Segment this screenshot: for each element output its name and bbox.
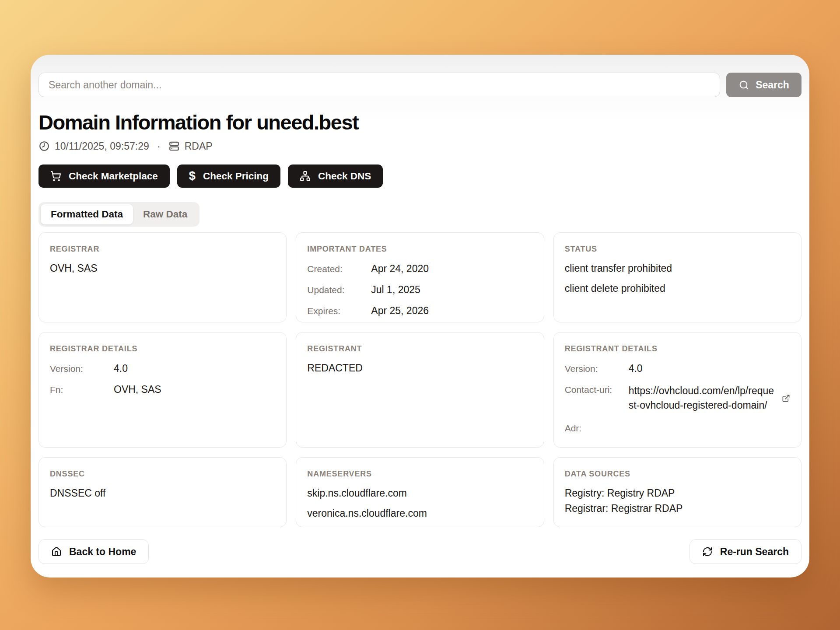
registrant-value: REDACTED: [307, 362, 532, 374]
check-dns-button[interactable]: Check DNS: [288, 164, 383, 188]
created-label: Created:: [307, 263, 369, 274]
card-title-data-sources: DATA SOURCES: [565, 469, 790, 479]
card-title-dnssec: DNSSEC: [50, 469, 275, 479]
date-row-expires: Expires: Apr 25, 2026: [307, 305, 532, 317]
meta-separator: ·: [157, 140, 161, 152]
check-marketplace-button[interactable]: Check Marketplace: [38, 164, 170, 188]
back-to-home-button[interactable]: Back to Home: [38, 539, 149, 564]
expires-label: Expires:: [307, 305, 369, 316]
search-icon: [738, 80, 749, 91]
card-title-important-dates: IMPORTANT DATES: [307, 245, 532, 254]
clock-icon: [38, 140, 50, 152]
registrant-adr-row: Adr:: [565, 422, 790, 434]
check-pricing-label: Check Pricing: [203, 171, 269, 182]
registrant-version-row: Version: 4.0: [565, 363, 790, 374]
card-registrant-details: REGISTRANT DETAILS Version: 4.0 Contact-…: [553, 332, 802, 448]
card-title-registrant: REGISTRANT: [307, 344, 532, 354]
rerun-search-button[interactable]: Re-run Search: [690, 539, 802, 564]
network-icon: [300, 171, 311, 182]
status-line: client delete prohibited: [565, 283, 790, 294]
info-cards-grid: REGISTRAR OVH, SAS IMPORTANT DATES Creat…: [38, 232, 802, 527]
card-title-nameservers: NAMESERVERS: [307, 469, 532, 479]
back-to-home-label: Back to Home: [69, 546, 136, 558]
registrar-version-row: Version: 4.0: [50, 363, 275, 374]
card-registrant: REGISTRANT REDACTED: [296, 332, 544, 448]
card-dnssec: DNSSEC DNSSEC off: [38, 457, 287, 527]
external-link-icon[interactable]: [782, 394, 790, 402]
lookup-timestamp: 10/11/2025, 09:57:29: [55, 140, 149, 152]
card-nameservers: NAMESERVERS skip.ns.cloudflare.com veron…: [296, 457, 544, 527]
search-button-label: Search: [756, 79, 789, 91]
check-dns-label: Check DNS: [318, 171, 371, 182]
date-row-updated: Updated: Jul 1, 2025: [307, 284, 532, 296]
page-title: Domain Information for uneed.best: [38, 110, 802, 134]
card-data-sources: DATA SOURCES Registry: Registry RDAP Reg…: [553, 457, 802, 527]
card-title-registrant-details: REGISTRANT DETAILS: [565, 344, 790, 354]
contact-uri-link[interactable]: https://ovhcloud.com/en/lp/request-ovhcl…: [629, 384, 777, 413]
created-value: Apr 24, 2020: [371, 263, 532, 275]
check-pricing-button[interactable]: $ Check Pricing: [177, 164, 280, 188]
card-registrar: REGISTRAR OVH, SAS: [38, 232, 287, 322]
data-source-line: Registry: Registry RDAP: [565, 487, 790, 499]
registrant-contact-row: Contact-uri: https://ovhcloud.com/en/lp/…: [565, 384, 790, 413]
expires-value: Apr 25, 2026: [371, 305, 532, 317]
dnssec-value: DNSSEC off: [50, 487, 275, 499]
registrar-value: OVH, SAS: [50, 262, 275, 274]
card-title-registrar: REGISTRAR: [50, 245, 275, 254]
version-label: Version:: [565, 363, 627, 374]
card-title-status: STATUS: [565, 245, 790, 254]
updated-value: Jul 1, 2025: [371, 284, 532, 296]
data-view-tabs: Formatted Data Raw Data: [38, 202, 200, 227]
refresh-icon: [702, 546, 713, 557]
version-value: 4.0: [629, 363, 790, 374]
card-title-registrar-details: REGISTRAR DETAILS: [50, 344, 275, 354]
data-source-line: Registrar: Registrar RDAP: [565, 503, 790, 514]
nameserver-line: skip.ns.cloudflare.com: [307, 487, 532, 499]
protocol-badge: RDAP: [185, 140, 213, 152]
dollar-icon: $: [189, 170, 196, 182]
check-marketplace-label: Check Marketplace: [69, 171, 158, 182]
footer-row: Back to Home Re-run Search: [38, 539, 802, 564]
rerun-search-label: Re-run Search: [720, 546, 789, 558]
meta-row: 10/11/2025, 09:57:29 · RDAP: [38, 140, 802, 152]
registrar-fn-row: Fn: OVH, SAS: [50, 384, 275, 396]
status-line: client transfer prohibited: [565, 262, 790, 274]
main-panel: Search Domain Information for uneed.best…: [31, 55, 809, 578]
fn-value: OVH, SAS: [114, 384, 275, 396]
tab-raw-data[interactable]: Raw Data: [133, 204, 197, 224]
adr-label: Adr:: [565, 422, 627, 434]
search-row: Search: [38, 73, 802, 97]
shopping-cart-icon: [50, 171, 61, 182]
tab-formatted-data[interactable]: Formatted Data: [41, 204, 133, 224]
card-registrar-details: REGISTRAR DETAILS Version: 4.0 Fn: OVH, …: [38, 332, 287, 448]
contact-uri-value-row: https://ovhcloud.com/en/lp/request-ovhcl…: [629, 384, 790, 413]
nameserver-line: veronica.ns.cloudflare.com: [307, 508, 532, 519]
server-icon: [168, 140, 180, 152]
home-icon: [51, 546, 62, 557]
search-button[interactable]: Search: [726, 73, 802, 97]
version-label: Version:: [50, 363, 112, 374]
search-input[interactable]: [38, 73, 720, 97]
date-row-created: Created: Apr 24, 2020: [307, 263, 532, 275]
actions-row: Check Marketplace $ Check Pricing Check …: [38, 164, 802, 188]
card-status: STATUS client transfer prohibited client…: [553, 232, 802, 322]
fn-label: Fn:: [50, 384, 112, 395]
updated-label: Updated:: [307, 284, 369, 295]
version-value: 4.0: [114, 363, 275, 374]
contact-uri-label: Contact-uri:: [565, 384, 627, 395]
card-important-dates: IMPORTANT DATES Created: Apr 24, 2020 Up…: [296, 232, 544, 322]
